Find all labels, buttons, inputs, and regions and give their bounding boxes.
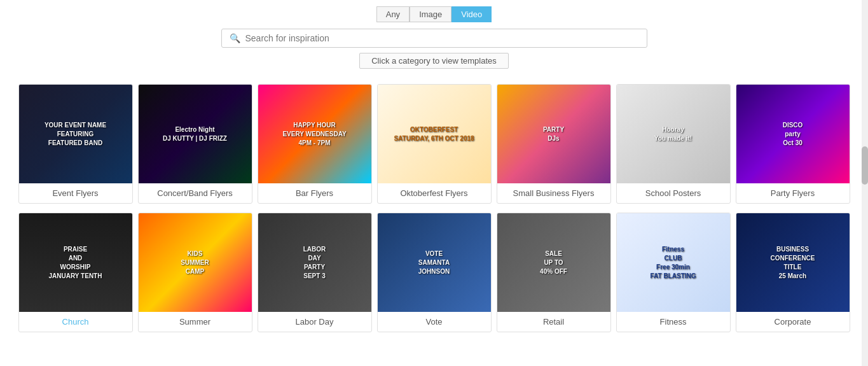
grid-row-row2: PRAISE AND WORSHIP JANUARY TENTHChurchKI… <box>6 213 862 332</box>
grid-row-row1: YOUR EVENT NAME FEATURING FEATURED BANDE… <box>6 84 862 204</box>
card-image-text-small-business-flyers: PARTY DJs <box>497 123 611 146</box>
card-label-school-posters: School Posters <box>617 183 730 203</box>
card-image-text-summer: KIDS SUMMER CAMP <box>138 247 252 279</box>
grid-rows: YOUR EVENT NAME FEATURING FEATURED BANDE… <box>6 84 862 332</box>
card-summer[interactable]: KIDS SUMMER CAMPSummer <box>138 213 252 332</box>
category-hint: Click a category to view templates <box>359 53 509 69</box>
card-label-corporate: Corporate <box>736 312 850 332</box>
card-image-bar-flyers: HAPPY HOUR EVERY WEDNESDAY 4PM - 7PM <box>258 85 372 183</box>
card-event-flyers[interactable]: YOUR EVENT NAME FEATURING FEATURED BANDE… <box>18 84 133 204</box>
filter-buttons: Any Image Video <box>376 6 492 22</box>
card-image-text-church: PRAISE AND WORSHIP JANUARY TENTH <box>18 243 133 283</box>
card-image-text-party-flyers: DISCO party Oct 30 <box>736 118 850 150</box>
card-concert-band-flyers[interactable]: Electro Night DJ KUTTY | DJ FRIZZConcert… <box>138 84 252 204</box>
card-image-small-business-flyers: PARTY DJs <box>497 85 611 183</box>
scrollbar[interactable] <box>862 0 868 341</box>
card-label-oktoberfest-flyers: Oktoberfest Flyers <box>378 183 491 203</box>
scrollbar-thumb[interactable] <box>862 146 868 185</box>
category-hint-wrap: Click a category to view templates <box>0 53 868 78</box>
card-labor-day[interactable]: LABOR DAY PARTY SEPT 3Labor Day <box>258 213 372 332</box>
card-image-summer: KIDS SUMMER CAMP <box>138 213 252 312</box>
card-school-posters[interactable]: Hooray You made it!School Posters <box>616 84 731 204</box>
card-image-retail: SALE UP TO 40% OFF <box>497 213 611 312</box>
search-bar: 🔍 <box>221 29 647 48</box>
card-image-text-fitness: Fitness CLUB Free 30min FAT BLASTING <box>616 243 731 283</box>
card-image-school-posters: Hooray You made it! <box>616 85 731 183</box>
card-label-summer: Summer <box>139 312 252 332</box>
card-image-labor-day: LABOR DAY PARTY SEPT 3 <box>258 213 372 312</box>
search-icon: 🔍 <box>230 33 240 43</box>
card-image-text-retail: SALE UP TO 40% OFF <box>497 247 611 279</box>
card-label-small-business-flyers: Small Business Flyers <box>497 183 610 203</box>
filter-video-btn[interactable]: Video <box>451 6 492 22</box>
card-retail[interactable]: SALE UP TO 40% OFFRetail <box>497 213 611 332</box>
card-image-text-school-posters: Hooray You made it! <box>616 123 731 146</box>
filter-image-btn[interactable]: Image <box>410 6 451 22</box>
card-image-event-flyers: YOUR EVENT NAME FEATURING FEATURED BAND <box>18 85 133 183</box>
card-image-vote: VOTE SAMANTA JOHNSON <box>377 213 492 312</box>
filter-bar: Any Image Video <box>0 0 868 26</box>
card-image-church: PRAISE AND WORSHIP JANUARY TENTH <box>18 213 133 312</box>
search-input[interactable] <box>245 33 639 43</box>
card-oktoberfest-flyers[interactable]: OKTOBERFEST SATURDAY, 6TH OCT 2018Oktobe… <box>377 84 492 204</box>
card-image-text-vote: VOTE SAMANTA JOHNSON <box>377 247 492 279</box>
card-label-fitness: Fitness <box>617 312 730 332</box>
card-small-business-flyers[interactable]: PARTY DJsSmall Business Flyers <box>497 84 611 204</box>
card-fitness[interactable]: Fitness CLUB Free 30min FAT BLASTINGFitn… <box>616 213 731 332</box>
card-image-party-flyers: DISCO party Oct 30 <box>736 85 850 183</box>
card-image-text-concert-band-flyers: Electro Night DJ KUTTY | DJ FRIZZ <box>138 123 252 146</box>
card-label-labor-day: Labor Day <box>258 312 371 332</box>
card-label-bar-flyers: Bar Flyers <box>258 183 371 203</box>
card-corporate[interactable]: BUSINESS CONFERENCE TITLE 25 MarchCorpor… <box>736 213 850 332</box>
card-image-fitness: Fitness CLUB Free 30min FAT BLASTING <box>616 213 731 312</box>
search-bar-wrapper: 🔍 <box>0 26 868 53</box>
filter-any-btn[interactable]: Any <box>376 6 410 22</box>
card-image-corporate: BUSINESS CONFERENCE TITLE 25 March <box>736 213 850 312</box>
card-bar-flyers[interactable]: HAPPY HOUR EVERY WEDNESDAY 4PM - 7PMBar … <box>258 84 372 204</box>
card-vote[interactable]: VOTE SAMANTA JOHNSONVote <box>377 213 492 332</box>
card-church[interactable]: PRAISE AND WORSHIP JANUARY TENTHChurch <box>18 213 133 332</box>
card-image-text-oktoberfest-flyers: OKTOBERFEST SATURDAY, 6TH OCT 2018 <box>377 123 492 146</box>
card-label-party-flyers: Party Flyers <box>736 183 850 203</box>
card-image-concert-band-flyers: Electro Night DJ KUTTY | DJ FRIZZ <box>138 85 252 183</box>
card-label-church: Church <box>19 312 132 332</box>
template-grid: YOUR EVENT NAME FEATURING FEATURED BANDE… <box>0 84 868 332</box>
card-party-flyers[interactable]: DISCO party Oct 30Party Flyers <box>736 84 850 204</box>
card-image-text-corporate: BUSINESS CONFERENCE TITLE 25 March <box>736 243 850 283</box>
card-label-concert-band-flyers: Concert/Band Flyers <box>139 183 252 203</box>
card-label-vote: Vote <box>378 312 491 332</box>
card-image-text-event-flyers: YOUR EVENT NAME FEATURING FEATURED BAND <box>18 118 133 150</box>
card-image-oktoberfest-flyers: OKTOBERFEST SATURDAY, 6TH OCT 2018 <box>377 85 492 183</box>
card-label-retail: Retail <box>497 312 610 332</box>
card-label-event-flyers: Event Flyers <box>19 183 132 203</box>
card-image-text-labor-day: LABOR DAY PARTY SEPT 3 <box>258 243 372 283</box>
card-image-text-bar-flyers: HAPPY HOUR EVERY WEDNESDAY 4PM - 7PM <box>258 118 372 150</box>
